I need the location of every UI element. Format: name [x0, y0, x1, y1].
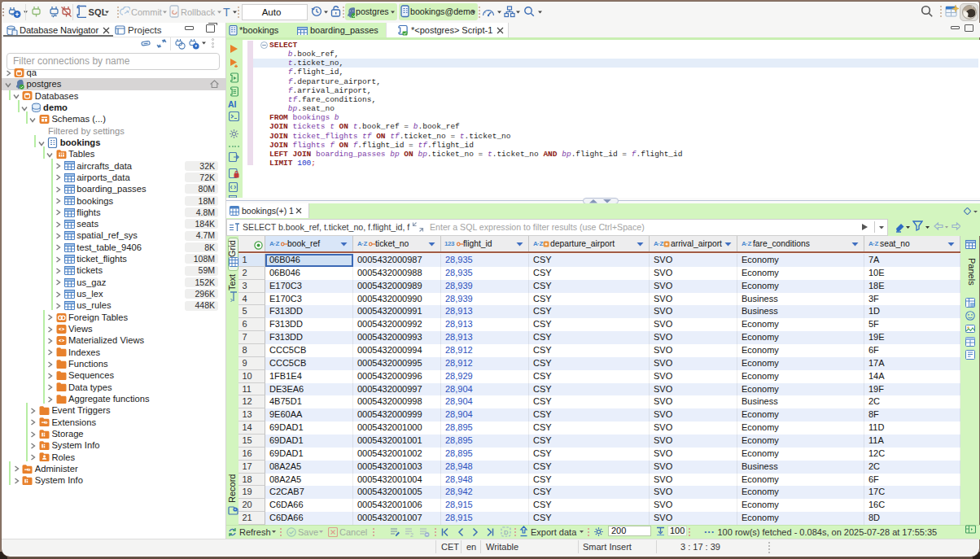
svg-text:D: D: [504, 529, 509, 536]
svg-text:2: 2: [410, 532, 413, 538]
